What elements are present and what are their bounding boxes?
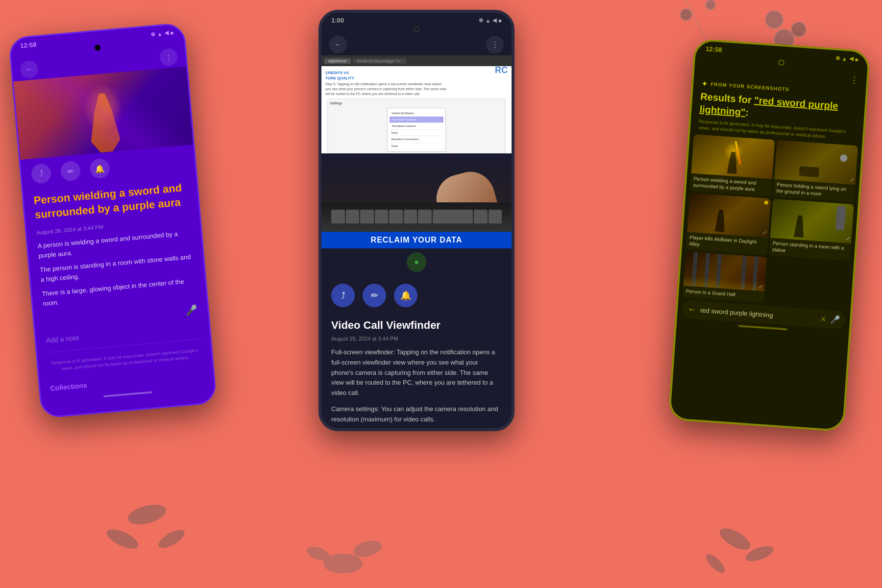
center-share-button[interactable]: ⤴	[331, 284, 355, 307]
result-img-2: ⤢	[774, 140, 858, 185]
center-screenshot-area: digitaltrends Should You Buy a Bigger TV…	[321, 55, 512, 153]
expand-icon-2: ⤢	[850, 177, 854, 183]
right-time: 12:58	[706, 45, 722, 53]
expand-icon-4: ⤢	[846, 236, 850, 242]
phone-left: 12:58 ⊕ ▲ ◀ ■ ← ⋮	[8, 23, 218, 418]
search-input-text[interactable]: red sword purple lightning	[700, 307, 816, 322]
center-bell-button[interactable]: 🔔	[394, 284, 417, 307]
result-img-5: ⤢	[683, 251, 766, 291]
right-bottom-bar	[738, 325, 787, 330]
center-title: Video Call Viewfinder	[321, 315, 512, 336]
center-status-bar: 1:00 ⊕ ▲ ◀ ■	[321, 13, 512, 26]
center-camera-notch	[414, 26, 419, 32]
expand-icon-3: ⤢	[762, 230, 767, 236]
center-edit-button[interactable]: ✏	[363, 284, 386, 307]
left-more-button[interactable]: ⋮	[159, 48, 178, 67]
left-description: A person is wielding a sword and surroun…	[27, 227, 206, 309]
spark-icon: ✦	[701, 79, 708, 89]
left-status-icons: ⊕ ▲ ◀ ■	[150, 29, 174, 38]
results-grid: Person wielding a sword and surrounded b…	[679, 134, 862, 309]
result-card-3[interactable]: ⤢ Player kills AkiBaier in Daylight Alle…	[686, 193, 771, 255]
result-card-5[interactable]: ⤢ Person in a Grand Hall	[683, 251, 767, 302]
center-back-button[interactable]: ←	[329, 36, 347, 53]
result-card-1[interactable]: Person wielding a sword and surrounded b…	[690, 134, 775, 196]
left-camera-notch	[95, 45, 101, 51]
center-nav-bar: ← ⋮	[321, 34, 512, 55]
center-description: Full-screen viewfinder: Tapping on the n…	[321, 347, 512, 425]
left-share-button[interactable]: ⤴	[30, 163, 51, 184]
left-bottom-bar	[103, 392, 152, 398]
result-img-1	[691, 134, 775, 179]
right-search-query: "red sword purple lightning"	[699, 95, 838, 118]
result-img-4: ⤢	[770, 199, 854, 244]
center-action-bar: ⤴ ✏ 🔔	[321, 276, 512, 315]
expand-icon-5: ⤢	[759, 284, 763, 290]
search-back-button[interactable]: ←	[687, 304, 696, 315]
result-img-3: ⤢	[687, 193, 771, 238]
center-bottom-bar	[392, 429, 441, 431]
center-status-icons: ⊕ ▲ ◀ ■	[479, 17, 502, 24]
left-back-button[interactable]: ←	[20, 60, 39, 79]
right-camera-notch	[778, 59, 784, 66]
result-card-2[interactable]: ⤢ Person holding a sword lying on the gr…	[773, 140, 858, 202]
mic-icon[interactable]: 🎤	[185, 304, 198, 317]
right-status-icons: ⊕ ▲ ◀ ■	[835, 55, 858, 63]
reclaim-banner: RECLAIM YOUR DATA	[321, 232, 512, 248]
left-hero-image	[14, 67, 194, 160]
phone-center: 1:00 ⊕ ▲ ◀ ■ ← ⋮	[318, 10, 514, 431]
left-time: 12:58	[20, 41, 37, 49]
center-more-button[interactable]: ⋮	[486, 36, 504, 53]
left-edit-button[interactable]: ✏	[60, 160, 81, 181]
left-bell-button[interactable]: 🔔	[89, 158, 110, 179]
center-scroll-indicator: ●	[321, 248, 512, 276]
phone-right: 12:58 ⊕ ▲ ◀ ■ ⋮ ✦ FROM YOUR SCREENSHOTS	[668, 38, 871, 432]
right-more-button[interactable]: ⋮	[850, 74, 859, 86]
center-timestamp: August 26, 2024 at 3:44 PM	[321, 336, 512, 347]
result-card-4[interactable]: ⤢ Person standing in a room with a statu…	[769, 199, 854, 261]
center-hand-area	[321, 153, 512, 232]
center-time: 1:00	[331, 17, 344, 24]
search-mic-button[interactable]: 🎤	[830, 315, 840, 324]
search-clear-button[interactable]: ✕	[820, 315, 827, 323]
